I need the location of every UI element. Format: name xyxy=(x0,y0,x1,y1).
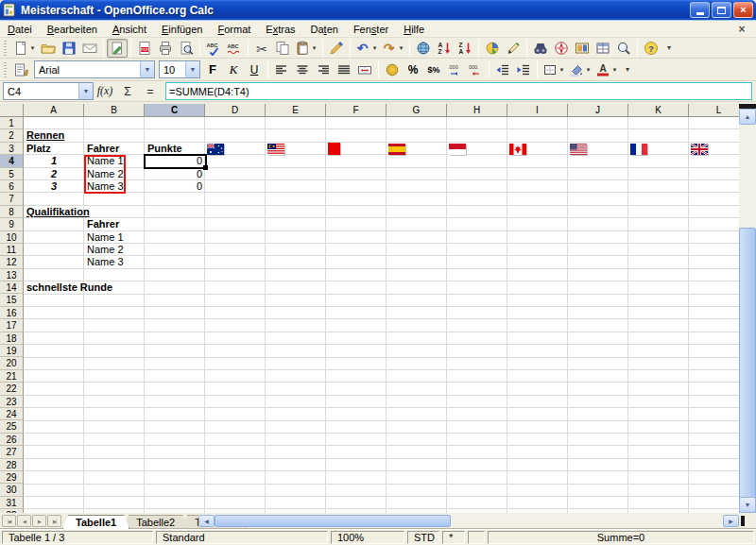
row-header-3[interactable]: 3 xyxy=(0,143,24,155)
row-header-5[interactable]: 5 xyxy=(0,168,24,180)
toolbar-grip[interactable] xyxy=(2,41,9,56)
row-header-19[interactable]: 19 xyxy=(0,345,24,357)
flag-canada-icon[interactable] xyxy=(509,144,526,155)
vertical-split-handle[interactable] xyxy=(739,104,756,109)
menu-datei[interactable]: Datei xyxy=(0,21,40,38)
edit-file-button[interactable] xyxy=(107,39,128,58)
decrease-indent-button[interactable] xyxy=(492,60,513,79)
menu-bearbeiten[interactable]: Bearbeiten xyxy=(40,21,105,38)
save-button[interactable] xyxy=(59,39,79,58)
row-header-13[interactable]: 13 xyxy=(0,269,24,281)
email-button[interactable] xyxy=(79,39,100,58)
close-button[interactable]: × xyxy=(733,2,753,18)
cell-A4[interactable]: 1 xyxy=(24,155,84,167)
row-header-11[interactable]: 11 xyxy=(0,244,24,256)
column-header-I[interactable]: I xyxy=(507,104,568,117)
status-zoom[interactable]: 100% xyxy=(331,531,404,544)
chevron-down-icon[interactable]: ▼ xyxy=(78,83,93,99)
menu-format[interactable]: Format xyxy=(210,21,258,38)
font-name-combo[interactable]: Arial ▼ xyxy=(34,60,155,78)
column-header-C[interactable]: C xyxy=(145,104,205,117)
align-center-button[interactable] xyxy=(292,60,313,79)
row-header-21[interactable]: 21 xyxy=(0,370,24,383)
currency-button[interactable] xyxy=(382,60,403,79)
chevron-down-icon[interactable]: ▼ xyxy=(185,61,199,77)
new-dropdown[interactable]: ▾ xyxy=(28,44,37,52)
row-header-4[interactable]: 4 xyxy=(0,155,24,167)
scroll-down-button[interactable]: ▼ xyxy=(739,497,756,513)
menu-daten[interactable]: Daten xyxy=(303,21,346,38)
restore-button[interactable] xyxy=(712,2,731,18)
column-header-L[interactable]: L xyxy=(689,104,739,117)
flag-australia-icon[interactable] xyxy=(207,144,224,155)
page-preview-button[interactable] xyxy=(176,39,197,58)
column-header-H[interactable]: H xyxy=(447,104,507,117)
formatting-toolbar-overflow-button[interactable]: ▾ xyxy=(622,65,633,74)
flag-uk-icon[interactable] xyxy=(691,144,708,155)
cell-A14[interactable]: schnellste Runde xyxy=(24,281,84,294)
row-header-31[interactable]: 31 xyxy=(0,497,24,509)
flag-solid-red-icon[interactable] xyxy=(328,143,340,155)
flag-malaysia-icon[interactable] xyxy=(267,144,284,155)
background-color-button[interactable]: ▾ xyxy=(567,60,593,79)
fill-handle[interactable] xyxy=(203,165,208,170)
column-header-E[interactable]: E xyxy=(266,104,326,117)
sheet-tab-tabelle1[interactable]: Tabelle1 xyxy=(62,515,129,529)
row-header-16[interactable]: 16 xyxy=(0,307,24,319)
first-sheet-button[interactable]: |◀ xyxy=(2,515,16,527)
row-header-10[interactable]: 10 xyxy=(0,231,24,244)
menu-fenster[interactable]: Fenster xyxy=(346,21,396,38)
styles-button[interactable] xyxy=(11,60,32,79)
borders-button[interactable]: ▾ xyxy=(541,60,567,79)
horizontal-split-handle[interactable] xyxy=(741,516,745,526)
standard-toolbar-overflow-button[interactable]: ▾ xyxy=(663,43,675,52)
minimize-button[interactable] xyxy=(690,2,710,18)
previous-sheet-button[interactable]: ◀ xyxy=(17,515,31,527)
last-sheet-button[interactable]: ▶| xyxy=(47,515,61,527)
row-header-25[interactable]: 25 xyxy=(0,420,24,433)
column-header-K[interactable]: K xyxy=(628,104,689,117)
open-button[interactable] xyxy=(38,39,59,58)
row-header-23[interactable]: 23 xyxy=(0,396,24,408)
align-justify-button[interactable] xyxy=(334,60,354,79)
row-header-12[interactable]: 12 xyxy=(0,256,24,268)
toolbar-grip[interactable] xyxy=(2,62,9,77)
cell-reference-box[interactable]: C4 ▼ xyxy=(3,82,94,100)
scroll-right-button[interactable]: ▶ xyxy=(723,515,739,527)
paste-button[interactable]: ▾ xyxy=(293,39,319,58)
font-size-combo[interactable]: 10 ▼ xyxy=(159,60,200,78)
borders-dropdown[interactable]: ▾ xyxy=(558,66,566,74)
next-sheet-button[interactable]: ▶ xyxy=(32,515,46,527)
font-color-button[interactable]: A▾ xyxy=(593,60,620,79)
format-paintbrush-button[interactable] xyxy=(326,39,347,58)
status-page-style[interactable]: Standard xyxy=(156,531,328,544)
cell-C5[interactable]: 0 xyxy=(145,168,205,180)
column-header-F[interactable]: F xyxy=(326,104,387,117)
row-header-18[interactable]: 18 xyxy=(0,332,24,345)
row-header-29[interactable]: 29 xyxy=(0,471,24,484)
align-right-button[interactable] xyxy=(313,60,334,79)
row-header-9[interactable]: 9 xyxy=(0,218,24,230)
underline-button[interactable]: U xyxy=(244,60,265,79)
row-header-28[interactable]: 28 xyxy=(0,459,24,471)
cell-B3[interactable]: Fahrer xyxy=(84,143,145,155)
cell-B12[interactable]: Name 3 xyxy=(84,256,145,268)
horizontal-scrollbar-thumb[interactable] xyxy=(215,515,451,527)
cells-area[interactable]: RennenPlatzFahrerPunkte1Name 102Name 203… xyxy=(24,117,739,513)
close-document-button[interactable]: × xyxy=(735,23,748,36)
select-all-corner[interactable] xyxy=(0,104,24,117)
spellcheck-button[interactable]: ABC xyxy=(203,39,224,58)
sort-descending-button[interactable]: ZA xyxy=(455,39,475,58)
italic-button[interactable]: K xyxy=(223,60,244,79)
undo-dropdown[interactable]: ▾ xyxy=(370,44,379,52)
gallery-button[interactable] xyxy=(572,39,593,58)
autospellcheck-button[interactable]: ABC xyxy=(224,39,245,58)
status-mode[interactable]: STD xyxy=(407,531,439,544)
sheet-tab-tabelle2[interactable]: Tabelle2 xyxy=(123,515,188,529)
selected-cell-border[interactable] xyxy=(144,154,207,169)
cell-A8[interactable]: Qualifikation xyxy=(24,206,84,218)
column-header-J[interactable]: J xyxy=(568,104,628,117)
row-header-27[interactable]: 27 xyxy=(0,446,24,458)
delete-decimal-button[interactable]: 000. xyxy=(465,60,486,79)
help-button[interactable]: ? xyxy=(641,39,662,58)
